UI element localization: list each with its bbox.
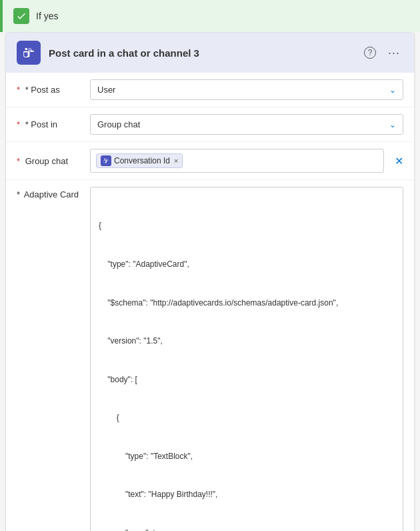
post-as-label: * * Post as (17, 85, 90, 95)
adaptive-card-label: * Adaptive Card (17, 187, 90, 199)
post-as-value: User (97, 85, 115, 95)
tag-remove-button[interactable]: × (174, 157, 178, 165)
teams-icon (17, 41, 41, 65)
if-yes-bar: If yes (0, 0, 420, 32)
post-as-dropdown-container: User ⌄ (90, 79, 403, 100)
json-line: { (99, 412, 395, 424)
action-card: Post card in a chat or channel 3 ? ··· *… (5, 32, 415, 531)
teams-tag-icon (101, 155, 111, 166)
json-line: { (99, 219, 395, 232)
group-chat-field: Conversation Id × ✕ (90, 149, 403, 173)
group-chat-row: * Group chat Conversation Id (6, 142, 414, 180)
if-yes-label: If yes (36, 11, 58, 21)
post-in-dropdown[interactable]: Group chat ⌄ (90, 114, 403, 135)
svg-point-0 (25, 48, 28, 51)
post-in-dropdown-container: Group chat ⌄ (90, 114, 403, 135)
header-actions: ? ··· (361, 43, 403, 62)
group-chat-tag-container[interactable]: Conversation Id × (90, 149, 384, 173)
json-line: "type": "TextBlock", (99, 450, 395, 463)
json-line: "version": "1.5", (99, 335, 395, 348)
svg-point-1 (104, 159, 105, 160)
card-header: Post card in a chat or channel 3 ? ··· (6, 33, 414, 73)
json-line: "wrap": true, (99, 527, 395, 531)
adaptive-card-row: * Adaptive Card { "type": "AdaptiveCard"… (6, 180, 414, 531)
help-icon: ? (364, 47, 376, 59)
post-in-value: Group chat (97, 119, 140, 129)
conversation-id-tag-label: Conversation Id (114, 156, 170, 165)
json-line: "body": [ (99, 374, 395, 386)
adaptive-card-editor[interactable]: { "type": "AdaptiveCard", "$schema": "ht… (90, 187, 403, 531)
help-button[interactable]: ? (361, 43, 379, 62)
chevron-down-icon: ⌄ (389, 85, 396, 95)
chevron-down-icon: ⌄ (389, 120, 396, 129)
more-options-button[interactable]: ··· (385, 43, 403, 62)
group-chat-label: * Group chat (17, 156, 90, 166)
check-icon (13, 8, 29, 24)
post-in-label: * * Post in (17, 119, 90, 129)
card-title: Post card in a chat or channel 3 (49, 47, 361, 59)
card-body: * * Post as User ⌄ * * Post in Group cha… (6, 73, 414, 531)
clear-field-button[interactable]: ✕ (389, 155, 403, 167)
post-in-row: * * Post in Group chat ⌄ (6, 107, 414, 142)
json-line: "text": "Happy Birthday!!!", (99, 488, 395, 501)
post-as-row: * * Post as User ⌄ (6, 73, 414, 107)
conversation-id-tag: Conversation Id × (96, 153, 183, 168)
post-as-dropdown[interactable]: User ⌄ (90, 79, 403, 100)
json-line: "type": "AdaptiveCard", (99, 258, 395, 271)
more-icon: ··· (388, 46, 400, 60)
json-line: "$schema": "http://adaptivecards.io/sche… (99, 297, 395, 310)
